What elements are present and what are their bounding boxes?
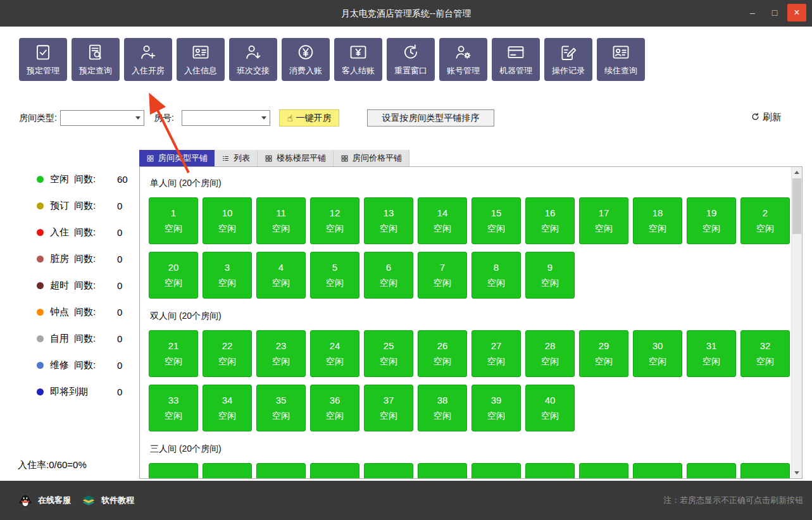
toolbar-button-shift-handover[interactable]: 班次交接 — [229, 38, 277, 81]
room-tile-21[interactable]: 21 空闲 — [149, 330, 198, 377]
toolbar-button-reservation-management[interactable]: 预定管理 — [19, 38, 67, 81]
room-tile-partial[interactable] — [579, 463, 628, 478]
toolbar-button-machine-management[interactable]: 机器管理 — [492, 38, 540, 81]
room-tile-partial[interactable] — [687, 463, 736, 478]
room-tile-9[interactable]: 9 空闲 — [525, 252, 575, 299]
room-tile-38[interactable]: 38 空闲 — [418, 385, 467, 431]
room-number: 40 — [545, 395, 556, 405]
toolbar-button-reservation-query[interactable]: 预定查询 — [72, 38, 120, 81]
scroll-up-button[interactable] — [792, 167, 802, 178]
status-note: 注：若房态显示不正确可点击刷新按钮 — [663, 481, 803, 520]
room-tile-23[interactable]: 23 空闲 — [256, 330, 306, 377]
room-tile-partial[interactable] — [418, 463, 467, 478]
legend-item-hourly: 钟点 间数: 0 — [37, 305, 128, 319]
tab-room-price-tiles[interactable]: 房间价格平铺 — [334, 150, 409, 166]
room-tile-2[interactable]: 2 空闲 — [740, 197, 790, 244]
legend-item-dirty: 脏房 间数: 0 — [37, 252, 128, 266]
room-tile-33[interactable]: 33 空闲 — [149, 385, 198, 431]
tab-room-type-tiles[interactable]: 房间类型平铺 — [139, 150, 215, 166]
room-tile-28[interactable]: 28 空闲 — [525, 330, 575, 377]
status-dot — [37, 176, 44, 183]
room-tile-30[interactable]: 30 空闲 — [633, 330, 682, 377]
room-tile-partial[interactable] — [740, 463, 790, 478]
status-dot — [37, 388, 44, 395]
status-dot — [37, 335, 44, 342]
toolbar-button-operation-log[interactable]: 操作记录 — [544, 38, 592, 81]
room-number-select[interactable] — [182, 110, 270, 126]
maximize-button[interactable]: □ — [765, 4, 784, 22]
room-tile-partial[interactable] — [310, 463, 359, 478]
tab-building-floor-tiles[interactable]: 楼栋楼层平铺 — [258, 150, 334, 166]
room-number: 18 — [653, 207, 663, 218]
room-tile-36[interactable]: 36 空闲 — [310, 385, 359, 431]
room-tile-39[interactable]: 39 空闲 — [472, 385, 521, 431]
room-tile-31[interactable]: 31 空闲 — [687, 330, 736, 377]
room-tile-35[interactable]: 35 空闲 — [256, 385, 306, 431]
toolbar-button-check-in-info[interactable]: 入住信息 — [177, 38, 225, 81]
room-tile-15[interactable]: 15 空闲 — [472, 197, 521, 244]
vertical-scrollbar[interactable] — [791, 167, 802, 478]
room-tile-29[interactable]: 29 空闲 — [579, 330, 628, 377]
software-tutorial-button[interactable]: 软件教程 — [81, 493, 134, 508]
room-tile-32[interactable]: 32 空闲 — [740, 330, 790, 377]
software-tutorial-label: 软件教程 — [101, 495, 134, 506]
toolbar-button-guest-checkout[interactable]: 客人结账 — [334, 38, 382, 81]
toolbar-button-label: 入住信息 — [184, 65, 217, 77]
room-tile-13[interactable]: 13 空闲 — [364, 197, 413, 244]
online-service-button[interactable]: 在线客服 — [18, 493, 71, 508]
room-tile-24[interactable]: 24 空闲 — [310, 330, 359, 377]
room-tile-4[interactable]: 4 空闲 — [256, 252, 306, 299]
room-tile-12[interactable]: 12 空闲 — [310, 197, 359, 244]
room-tile-3[interactable]: 3 空闲 — [203, 252, 252, 299]
room-tile-11[interactable]: 11 空闲 — [256, 197, 306, 244]
refresh-button[interactable]: 刷新 — [751, 111, 782, 123]
room-tile-19[interactable]: 19 空闲 — [687, 197, 736, 244]
room-tile-34[interactable]: 34 空闲 — [203, 385, 252, 431]
toolbar-button-stay-extension-query[interactable]: 续住查询 — [597, 38, 645, 81]
room-tile-6[interactable]: 6 空闲 — [364, 252, 413, 299]
scrollbar-thumb[interactable] — [792, 178, 801, 234]
room-tile-8[interactable]: 8 空闲 — [472, 252, 521, 299]
room-number: 30 — [653, 340, 663, 351]
room-tile-partial[interactable] — [149, 463, 198, 478]
minimize-button[interactable]: – — [743, 4, 762, 22]
toolbar: 预定管理 预定查询 入住开房 入住信息 班次交接 消费入账 客人结账 重置窗口 … — [19, 38, 645, 81]
room-tile-7[interactable]: 7 空闲 — [418, 252, 467, 299]
room-status: 空闲 — [649, 356, 666, 368]
room-tile-18[interactable]: 18 空闲 — [633, 197, 682, 244]
room-tile-5[interactable]: 5 空闲 — [310, 252, 359, 299]
room-tile-partial[interactable] — [203, 463, 252, 478]
room-tile-22[interactable]: 22 空闲 — [203, 330, 252, 377]
room-status: 空闲 — [380, 411, 397, 422]
room-tile-16[interactable]: 16 空闲 — [525, 197, 575, 244]
tab-list[interactable]: 列表 — [215, 150, 258, 166]
room-tile-27[interactable]: 27 空闲 — [472, 330, 521, 377]
room-section-double: 双人间 (20个房间) 21 空闲 22 空闲 23 空闲 24 空闲 25 空… — [149, 309, 791, 431]
room-tile-partial[interactable] — [633, 463, 682, 478]
toolbar-button-reset-window[interactable]: 重置窗口 — [387, 38, 435, 81]
room-tile-partial[interactable] — [525, 463, 575, 478]
room-tile-10[interactable]: 10 空闲 — [203, 197, 252, 244]
close-button[interactable]: × — [787, 4, 806, 22]
toolbar-button-consumption-entry[interactable]: 消费入账 — [282, 38, 330, 81]
room-tile-17[interactable]: 17 空闲 — [579, 197, 628, 244]
scroll-down-button[interactable] — [792, 467, 802, 478]
room-tile-40[interactable]: 40 空闲 — [525, 385, 575, 431]
room-tile-26[interactable]: 26 空闲 — [418, 330, 467, 377]
toolbar-button-check-in-open-room[interactable]: 入住开房 — [124, 38, 172, 81]
sort-by-room-type-button[interactable]: 设置按房间类型平铺排序 — [367, 109, 494, 127]
room-tile-partial[interactable] — [364, 463, 413, 478]
one-key-open-button[interactable]: ☝ 一键开房 — [279, 109, 339, 127]
room-tile-20[interactable]: 20 空闲 — [149, 252, 198, 299]
room-tile-25[interactable]: 25 空闲 — [364, 330, 413, 377]
room-tile-partial[interactable] — [256, 463, 306, 478]
room-tile-14[interactable]: 14 空闲 — [418, 197, 467, 244]
room-number: 24 — [330, 340, 340, 351]
room-tile-1[interactable]: 1 空闲 — [149, 197, 198, 244]
toolbar-button-account-management[interactable]: 账号管理 — [439, 38, 487, 81]
room-type-select[interactable] — [60, 110, 144, 126]
room-tile-37[interactable]: 37 空闲 — [364, 385, 413, 431]
person-gear-icon — [453, 43, 473, 62]
room-tile-partial[interactable] — [472, 463, 521, 478]
qq-icon — [18, 493, 33, 508]
